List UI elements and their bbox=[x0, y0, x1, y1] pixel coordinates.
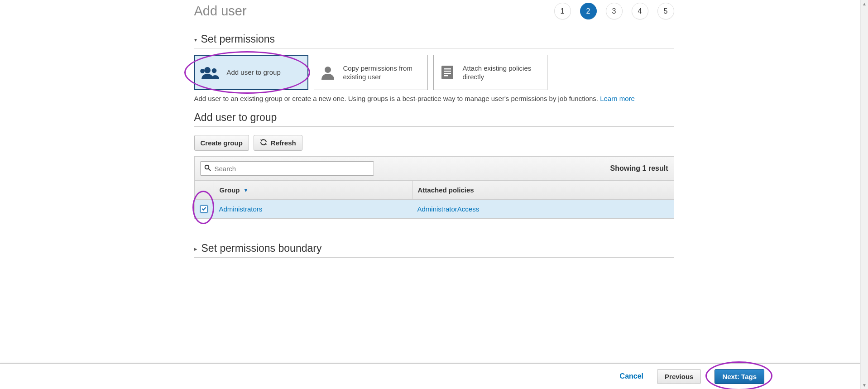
col-header-checkbox[interactable] bbox=[195, 181, 214, 199]
checkmark-icon bbox=[202, 206, 206, 211]
scroll-up-icon[interactable]: ▲ bbox=[861, 0, 868, 8]
svg-rect-6 bbox=[444, 71, 451, 72]
search-box[interactable] bbox=[200, 161, 374, 176]
scroll-down-icon[interactable]: ▼ bbox=[861, 381, 868, 389]
policy-link[interactable]: AdministratorAccess bbox=[417, 205, 480, 213]
step-1[interactable]: 1 bbox=[554, 3, 571, 19]
option-label: Attach existing policies directly bbox=[463, 64, 542, 82]
svg-point-9 bbox=[205, 165, 209, 169]
section-permissions-boundary[interactable]: Set permissions boundary bbox=[194, 242, 674, 258]
svg-rect-4 bbox=[441, 66, 453, 79]
vertical-scrollbar[interactable]: ▲ ▼ bbox=[860, 0, 868, 389]
next-tags-button[interactable]: Next: Tags bbox=[715, 369, 764, 384]
result-count: Showing 1 result bbox=[610, 164, 668, 173]
refresh-button[interactable]: Refresh bbox=[254, 135, 302, 151]
col-header-policies[interactable]: Attached policies bbox=[412, 181, 674, 199]
footer-bar: Cancel Previous Next: Tags bbox=[0, 363, 860, 389]
learn-more-link[interactable]: Learn more bbox=[600, 95, 635, 102]
caret-down-icon bbox=[194, 36, 197, 43]
groups-table: Showing 1 result Group ▼ Attached polici… bbox=[194, 156, 674, 219]
table-row[interactable]: Administrators AdministratorAccess bbox=[195, 200, 674, 218]
sort-caret-icon: ▼ bbox=[244, 187, 249, 193]
svg-point-1 bbox=[211, 68, 216, 73]
option-label: Add user to group bbox=[227, 68, 281, 77]
option-attach-policies[interactable]: Attach existing policies directly bbox=[433, 55, 547, 90]
col-header-group[interactable]: Group ▼ bbox=[214, 181, 412, 199]
group-name-link[interactable]: Administrators bbox=[219, 205, 263, 213]
wizard-steps: 1 2 3 4 5 bbox=[554, 3, 674, 19]
group-icon bbox=[200, 66, 221, 79]
boundary-title: Set permissions boundary bbox=[201, 242, 322, 255]
step-2[interactable]: 2 bbox=[580, 3, 597, 19]
search-input[interactable] bbox=[215, 165, 370, 173]
caret-right-icon bbox=[194, 245, 197, 252]
step-5[interactable]: 5 bbox=[657, 3, 674, 19]
section-set-permissions[interactable]: Set permissions bbox=[194, 33, 674, 48]
previous-button[interactable]: Previous bbox=[657, 369, 701, 384]
user-icon bbox=[319, 65, 337, 80]
svg-point-0 bbox=[204, 67, 211, 73]
search-icon bbox=[204, 164, 211, 173]
svg-point-2 bbox=[200, 69, 205, 73]
create-group-button[interactable]: Create group bbox=[194, 135, 249, 151]
refresh-icon bbox=[260, 139, 267, 147]
cancel-link[interactable]: Cancel bbox=[620, 372, 643, 380]
svg-rect-8 bbox=[444, 75, 448, 76]
subheading-add-user-to-group: Add user to group bbox=[194, 111, 674, 127]
svg-point-3 bbox=[325, 67, 331, 73]
svg-line-10 bbox=[208, 168, 211, 171]
step-4[interactable]: 4 bbox=[632, 3, 648, 19]
page-title: Add user bbox=[194, 4, 247, 19]
hint-text: Add user to an existing group or create … bbox=[194, 95, 674, 102]
option-label: Copy permissions from existing user bbox=[343, 64, 423, 82]
step-3[interactable]: 3 bbox=[606, 3, 623, 19]
option-copy-permissions[interactable]: Copy permissions from existing user bbox=[314, 55, 428, 90]
option-add-user-to-group[interactable]: Add user to group bbox=[194, 55, 308, 90]
document-icon bbox=[438, 65, 456, 80]
row-checkbox[interactable] bbox=[200, 205, 208, 213]
svg-rect-5 bbox=[444, 68, 451, 69]
svg-rect-7 bbox=[444, 73, 451, 74]
section-title: Set permissions bbox=[201, 33, 275, 45]
